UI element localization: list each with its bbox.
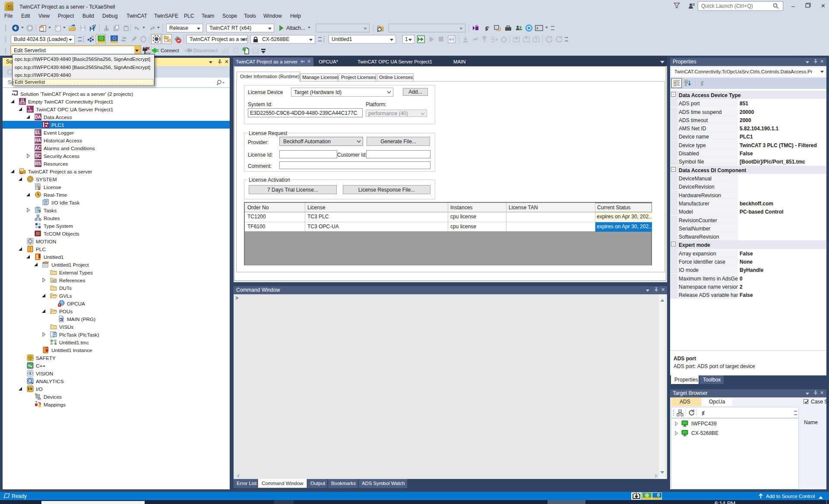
svg-text:A: A [685,80,687,83]
svg-text:%: % [28,364,31,368]
svg-text:SC: SC [35,154,41,158]
svg-text:EL: EL [35,130,41,135]
svg-text:AC: AC [35,146,41,151]
svg-text:RS: RS [35,161,41,166]
svg-text:Z: Z [685,83,687,86]
svg-text:HA: HA [35,138,41,143]
svg-text:DA: DA [35,115,41,120]
